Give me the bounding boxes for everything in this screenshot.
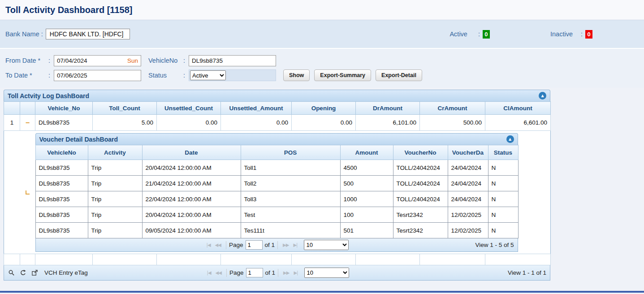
sub-cell: DL9sb8735	[35, 191, 88, 207]
first-page-icon[interactable]: |◀	[204, 242, 213, 247]
status-select[interactable]: Active	[190, 70, 226, 80]
voucher-detail-panel: Voucher Detail DashBoard ▲	[35, 133, 518, 252]
subgrid-corner-icon	[26, 190, 30, 195]
action-buttons: Show Export-Summary Export-Detail	[283, 69, 422, 81]
sub-col-header-activity[interactable]: Activity	[88, 145, 142, 160]
page-number-input[interactable]	[246, 268, 263, 277]
export-summary-button[interactable]: Export-Summary	[314, 69, 371, 81]
voucher-detail-table: VehicleNo Activity Date POS Amount Vouch…	[35, 145, 519, 238]
sub-cell: N	[488, 191, 518, 207]
sub-col-header-vehicleno[interactable]: VehicleNo	[35, 145, 88, 160]
page-size-select[interactable]: 10	[304, 240, 349, 250]
main-grid-caption: Toll Actvity Log DashBoard	[8, 92, 89, 99]
filter-row-2: To Date * : Status : Active Show Export-…	[5, 69, 639, 81]
main-pager-toolbar: VCH Entry eTag	[8, 269, 205, 277]
sub-cell: 501	[340, 223, 393, 238]
inactive-count-badge: 0	[585, 30, 592, 39]
bank-name-field[interactable]: HDFC BANK LTD. [HDFC]	[46, 29, 130, 39]
page-title: Toll Activity Dashboard [1158]	[5, 5, 132, 15]
from-date-value: 07/04/2024	[57, 57, 87, 64]
sub-cell: 24/04/2024	[448, 176, 488, 191]
table-row[interactable]: DL9sb8735 Trip 20/04/2024 12:00:00 AM To…	[35, 160, 518, 176]
page-size-select[interactable]: 10	[304, 268, 349, 278]
prev-page-icon[interactable]: ◀◀	[213, 242, 223, 247]
sub-cell: N	[488, 160, 518, 176]
table-row[interactable]: DL9sb8735 Trip 22/04/2024 12:00:00 AM To…	[35, 191, 518, 207]
sub-cell: Trip	[88, 176, 142, 191]
sub-cell: Trip	[88, 191, 142, 207]
toll-activity-grid: Toll Actvity Log DashBoard ▲ Vehicle_No …	[4, 90, 550, 281]
active-label: Active	[450, 30, 467, 38]
view-status: View 1 - 5 of 5	[475, 242, 514, 248]
first-page-icon[interactable]: |◀	[205, 270, 213, 275]
col-header-dramount[interactable]: DrAmount	[356, 102, 420, 115]
toll-activity-dashboard-page: Toll Activity Dashboard [1158] Bank Name…	[0, 0, 644, 294]
sub-cell: Trip	[88, 207, 142, 223]
export-detail-button[interactable]: Export-Detail	[376, 69, 422, 81]
sub-cell: Toll1	[241, 160, 340, 176]
sub-col-header-amount[interactable]: Amount	[340, 145, 393, 160]
rownum-header	[4, 102, 20, 115]
sub-cell: TOLL/24042024	[393, 160, 448, 176]
cell-dramount: 6,101.00	[356, 115, 420, 131]
last-page-icon[interactable]: ▶|	[291, 270, 300, 275]
col-header-clamount[interactable]: ClAmount	[485, 102, 551, 115]
colon: :	[48, 72, 54, 79]
bank-info-bar: Bank Name : HDFC BANK LTD. [HDFC] Active…	[0, 20, 644, 49]
next-page-icon[interactable]: ▶▶	[281, 242, 291, 247]
sub-cell: 12/02/2025	[448, 223, 488, 238]
collapse-subgrid-cell[interactable]: −	[20, 115, 35, 131]
sub-col-header-status[interactable]: Status	[488, 145, 518, 160]
to-date-label: To Date *	[5, 72, 48, 79]
sub-cell: Tes111t	[241, 223, 340, 238]
sub-cell: Tesrt2342	[393, 207, 448, 223]
main-pager-controls: |◀ ◀◀ Page of 1 ▶▶ ▶| 10	[205, 268, 350, 278]
from-date-input[interactable]: 07/04/2024 Sun	[54, 55, 141, 66]
pager-separator	[226, 269, 227, 277]
col-header-cramount[interactable]: CrAmount	[420, 102, 485, 115]
sub-col-header-date[interactable]: Date	[142, 145, 241, 160]
col-header-vehicle-no[interactable]: Vehicle_No	[35, 102, 93, 115]
show-button[interactable]: Show	[283, 69, 310, 81]
page-number-input[interactable]	[246, 240, 263, 250]
sub-cell: N	[488, 207, 518, 223]
main-grid-caption-bar: Toll Actvity Log DashBoard ▲	[4, 90, 550, 101]
sub-col-header-voucherdate[interactable]: VoucherDa	[448, 145, 488, 160]
main-grid-pager: VCH Entry eTag |◀ ◀◀ Page of 1 ▶▶ ▶| 10 …	[4, 265, 550, 281]
sub-cell: Trip	[88, 223, 142, 238]
subgrid-collapse-button[interactable]: ▲	[506, 135, 514, 143]
table-row[interactable]: DL9sb8735 Trip 09/05/2024 12:00:00 AM Te…	[35, 223, 518, 238]
colon: :	[573, 30, 585, 38]
next-page-icon[interactable]: ▶▶	[281, 270, 291, 275]
status-label: Status	[148, 72, 183, 79]
col-header-toll-count[interactable]: Toll_Count	[93, 102, 157, 115]
refresh-icon[interactable]	[19, 269, 27, 277]
main-grid-collapse-button[interactable]: ▲	[539, 92, 546, 99]
sub-cell: Trip	[88, 160, 142, 176]
table-row[interactable]: 1 − DL9sb8735 5.00 0.00 0.00 0.00 6,101.…	[4, 115, 551, 131]
sub-cell: TOLL/24042024	[393, 191, 448, 207]
to-date-input[interactable]	[54, 70, 141, 81]
sub-col-header-voucherno[interactable]: VoucherNo	[393, 145, 448, 160]
prev-page-icon[interactable]: ◀◀	[213, 270, 224, 275]
collapse-row-icon[interactable]: −	[26, 119, 30, 126]
cell-unsettled-amount: 0.00	[221, 115, 292, 131]
subgrid-pager-right: View 1 - 5 of 5	[349, 242, 514, 248]
bottom-divider	[0, 291, 644, 293]
open-new-window-icon[interactable]	[31, 269, 39, 277]
last-page-icon[interactable]: ▶|	[291, 242, 299, 247]
table-row[interactable]: DL9sb8735 Trip 20/04/2024 12:00:00 AM Te…	[35, 207, 518, 223]
sub-cell: 500	[340, 176, 393, 191]
vehicle-no-input[interactable]	[189, 55, 276, 66]
sub-cell: Toll3	[241, 191, 340, 207]
sub-col-header-pos[interactable]: POS	[241, 145, 340, 160]
inactive-count-group: Inactive : 0	[550, 30, 592, 39]
table-row[interactable]: DL9sb8735 Trip 21/04/2024 12:00:00 AM To…	[35, 176, 518, 191]
col-header-opening[interactable]: Opening	[292, 102, 356, 115]
cell-toll-count: 5.00	[93, 115, 157, 131]
sub-cell: DL9sb8735	[35, 207, 88, 223]
col-header-unsettled-amount[interactable]: Unsettled_Amount	[221, 102, 292, 115]
search-icon[interactable]	[8, 269, 15, 277]
col-header-unsettled-count[interactable]: Unsettled_Count	[157, 102, 221, 115]
pager-left-text: VCH Entry eTag	[44, 269, 88, 276]
